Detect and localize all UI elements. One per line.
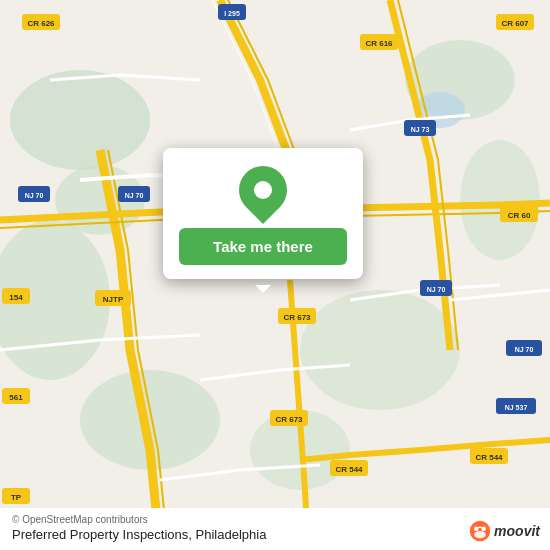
svg-text:NJ 70: NJ 70 xyxy=(25,192,44,199)
svg-text:CR 626: CR 626 xyxy=(27,19,55,28)
location-popup: Take me there xyxy=(163,148,363,279)
location-pin-icon xyxy=(229,156,297,224)
map-attribution: © OpenStreetMap contributors xyxy=(12,514,538,525)
svg-text:561: 561 xyxy=(9,393,23,402)
svg-point-4 xyxy=(460,140,540,260)
svg-point-49 xyxy=(474,531,486,538)
svg-text:CR 544: CR 544 xyxy=(335,465,363,474)
svg-text:CR 616: CR 616 xyxy=(365,39,393,48)
svg-text:NJTP: NJTP xyxy=(103,295,124,304)
map-container: CR 626 I 295 CR 607 CR 616 NJ 70 NJ 70 N… xyxy=(0,0,550,550)
moovit-logo: moovit xyxy=(469,520,540,542)
svg-text:NJ 70: NJ 70 xyxy=(125,192,144,199)
svg-text:CR 607: CR 607 xyxy=(501,19,529,28)
svg-point-5 xyxy=(300,290,460,410)
location-name: Preferred Property Inspections, Philadel… xyxy=(12,527,538,542)
svg-text:TP: TP xyxy=(11,493,22,502)
take-me-there-button[interactable]: Take me there xyxy=(179,228,347,265)
svg-text:NJ 70: NJ 70 xyxy=(515,346,534,353)
svg-text:CR 60: CR 60 xyxy=(508,211,531,220)
svg-text:CR 673: CR 673 xyxy=(283,313,311,322)
bottom-info-bar: © OpenStreetMap contributors Preferred P… xyxy=(0,508,550,550)
svg-text:154: 154 xyxy=(9,293,23,302)
moovit-text: moovit xyxy=(494,523,540,539)
svg-text:CR 673: CR 673 xyxy=(275,415,303,424)
svg-text:NJ 73: NJ 73 xyxy=(411,126,430,133)
svg-text:CR 544: CR 544 xyxy=(475,453,503,462)
svg-point-1 xyxy=(10,70,150,170)
svg-text:NJ 537: NJ 537 xyxy=(505,404,528,411)
svg-text:NJ 70: NJ 70 xyxy=(427,286,446,293)
moovit-icon xyxy=(469,520,491,542)
svg-text:I 295: I 295 xyxy=(224,10,240,17)
location-pin-dot xyxy=(254,181,272,199)
